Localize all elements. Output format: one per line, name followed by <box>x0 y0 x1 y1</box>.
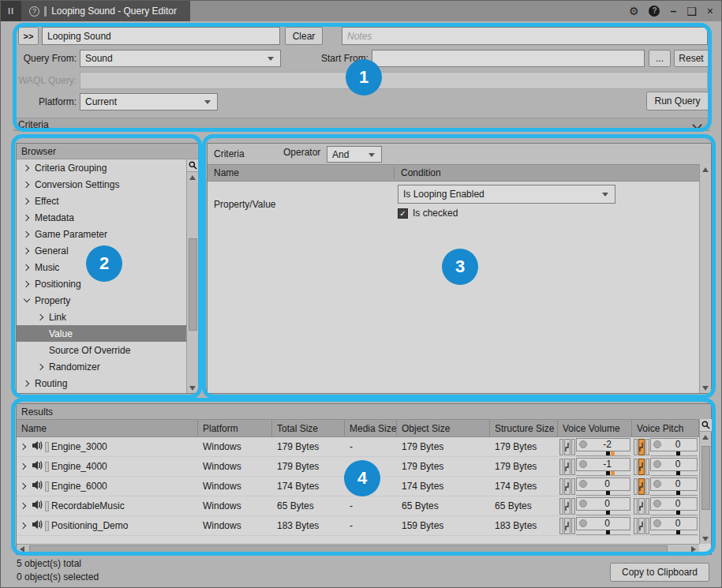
voice-mute-button[interactable] <box>559 478 563 495</box>
operator-select[interactable]: And <box>327 146 382 163</box>
scroll-thumb[interactable] <box>29 545 668 554</box>
chevron-right-icon[interactable] <box>23 280 32 288</box>
voice-mute-button[interactable] <box>559 459 563 475</box>
voice-mute-button[interactable] <box>559 439 563 455</box>
scroll-track[interactable] <box>28 545 688 555</box>
scroll-thumb[interactable] <box>189 238 197 331</box>
voice-mute-button[interactable] <box>634 439 638 455</box>
rtpc-curve-button[interactable] <box>638 498 645 515</box>
help-icon[interactable]: ? <box>649 6 660 17</box>
rtpc-curve-button[interactable] <box>638 518 645 534</box>
voice-mute-button[interactable] <box>559 518 563 534</box>
voice-link-button[interactable] <box>571 498 575 515</box>
rtpc-curve-button[interactable] <box>564 518 570 534</box>
scroll-down-button[interactable] <box>700 534 712 544</box>
voice-slider[interactable] <box>650 471 698 476</box>
voice-mute-button[interactable] <box>634 478 638 495</box>
scroll-up-button[interactable] <box>700 432 712 442</box>
voice-link-button[interactable] <box>645 459 649 475</box>
voice-value-box[interactable]: 0 <box>650 458 698 471</box>
chevron-right-icon[interactable] <box>20 482 29 490</box>
pin-pause-icon[interactable]: II <box>1 6 21 16</box>
chevron-right-icon[interactable] <box>20 502 29 510</box>
voice-value-box[interactable]: 0 <box>576 517 630 530</box>
voice-value-box[interactable]: 0 <box>576 497 630 511</box>
column-header-name[interactable]: Name <box>17 420 198 436</box>
tree-item-routing[interactable]: Routing <box>17 375 186 391</box>
voice-slider[interactable] <box>650 451 698 456</box>
voice-value-box[interactable]: 0 <box>576 478 630 491</box>
voice-slider[interactable] <box>576 491 630 496</box>
voice-value-box[interactable]: -2 <box>576 438 630 451</box>
voice-mute-button[interactable] <box>559 498 563 515</box>
tree-item-conversion-settings[interactable]: Conversion Settings <box>17 176 186 193</box>
voice-link-button[interactable] <box>571 439 575 455</box>
scroll-left-button[interactable] <box>17 545 28 555</box>
voice-value-box[interactable]: 0 <box>650 438 698 451</box>
tree-item-metadata[interactable]: Metadata <box>17 209 186 226</box>
rtpc-curve-button[interactable] <box>638 478 645 495</box>
criteria-section-header[interactable]: Criteria <box>13 118 710 131</box>
table-row-positioning-demo[interactable]: Positioning_DemoWindows183 Bytes-159 Byt… <box>17 516 699 536</box>
chevron-right-icon[interactable] <box>23 214 32 222</box>
clear-button[interactable]: Clear <box>285 27 323 45</box>
expand-query-list-button[interactable]: >> <box>18 27 39 45</box>
browse-button[interactable]: ... <box>649 50 671 67</box>
tree-item-source-of-override[interactable]: Source Of Override <box>17 342 186 358</box>
tree-item-effect[interactable]: Effect <box>17 193 186 209</box>
condition-select[interactable]: Is Looping Enabled <box>398 185 615 204</box>
chevron-right-icon[interactable] <box>20 463 29 470</box>
voice-mute-button[interactable] <box>634 459 638 475</box>
voice-link-button[interactable] <box>571 478 575 495</box>
reset-button[interactable]: Reset <box>674 50 709 67</box>
table-row-recordablemusic[interactable]: RecordableMusicWindows65 Bytes-65 Bytes6… <box>17 496 699 516</box>
query-name-input[interactable]: Looping Sound <box>42 27 280 45</box>
chevron-right-icon[interactable] <box>20 522 29 530</box>
chevron-right-icon[interactable] <box>23 197 32 205</box>
chevron-right-icon[interactable] <box>23 264 32 272</box>
tab-query-editor[interactable]: ? Looping Sound - Query Editor <box>21 1 190 21</box>
voice-slider[interactable] <box>650 511 698 515</box>
chevron-right-icon[interactable] <box>23 164 32 172</box>
platform-select[interactable]: Current <box>80 93 218 110</box>
column-header-voice-pitch[interactable]: Voice Pitch <box>632 420 699 436</box>
voice-slider[interactable] <box>576 451 630 456</box>
maximize-button[interactable]: ❑ <box>686 6 697 17</box>
settings-gear-icon[interactable]: ⚙ <box>629 6 639 17</box>
column-header-structure-size[interactable]: Structure Size <box>490 420 558 436</box>
chevron-right-icon[interactable] <box>23 181 32 189</box>
tree-item-property[interactable]: Property <box>17 292 186 309</box>
scroll-track[interactable] <box>700 442 712 534</box>
scroll-thumb[interactable] <box>701 446 710 510</box>
voice-value-box[interactable]: 0 <box>650 517 698 530</box>
copy-to-clipboard-button[interactable]: Copy to Clipboard <box>610 563 709 582</box>
voice-link-button[interactable] <box>571 459 575 475</box>
column-header-platform[interactable]: Platform <box>198 420 272 436</box>
voice-link-button[interactable] <box>645 478 649 495</box>
tree-item-value[interactable]: Value <box>17 325 186 342</box>
voice-value-box[interactable]: -1 <box>576 458 630 471</box>
scroll-down-button[interactable] <box>187 383 199 393</box>
chevron-right-icon[interactable] <box>23 247 32 255</box>
rtpc-curve-button[interactable] <box>564 498 570 515</box>
voice-link-button[interactable] <box>645 518 649 534</box>
tree-item-randomizer[interactable]: Randomizer <box>17 358 186 375</box>
voice-link-button[interactable] <box>645 439 649 455</box>
run-query-button[interactable]: Run Query <box>646 92 709 110</box>
tree-item-soundbank[interactable]: SoundBank <box>17 391 186 393</box>
column-header-media-size[interactable]: Media Size <box>345 420 397 436</box>
collapse-chevron-icon[interactable] <box>694 122 701 129</box>
scroll-track[interactable] <box>700 174 712 383</box>
voice-slider[interactable] <box>576 471 630 476</box>
voice-slider[interactable] <box>650 491 698 496</box>
voice-mute-button[interactable] <box>634 498 638 515</box>
voice-slider[interactable] <box>576 511 630 515</box>
rtpc-curve-button[interactable] <box>638 439 645 455</box>
search-icon[interactable] <box>187 159 199 172</box>
query-from-select[interactable]: Sound <box>80 50 281 67</box>
scroll-down-button[interactable] <box>700 383 712 393</box>
voice-link-button[interactable] <box>571 518 575 534</box>
chevron-right-icon[interactable] <box>23 230 32 238</box>
notes-input[interactable]: Notes <box>342 27 708 45</box>
voice-value-box[interactable]: 0 <box>650 497 698 511</box>
